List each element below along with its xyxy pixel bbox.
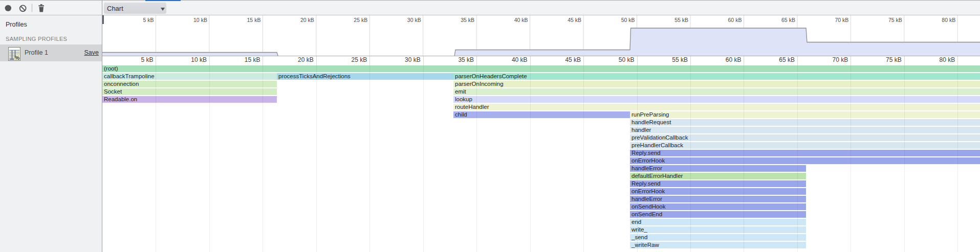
svg-text:%: % — [15, 55, 20, 61]
